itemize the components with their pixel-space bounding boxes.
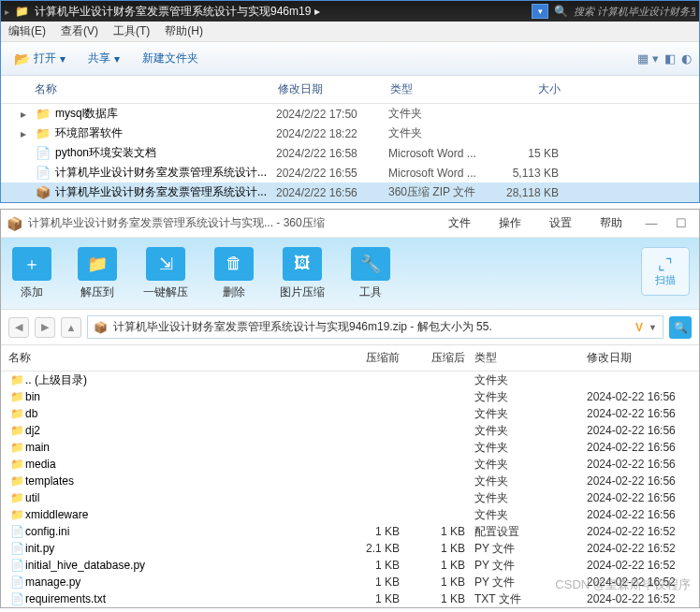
file-row[interactable]: 📄python环境安装文档2024/2/22 16:58Microsoft Wo… [1,143,699,163]
size-before: 1 KB [343,559,409,572]
zcolumn-after[interactable]: 压缩后 [409,350,474,366]
zip-row[interactable]: 📁db文件夹2024-02-22 16:56 [1,405,699,422]
file-row[interactable]: ▸📁环境部署软件2024/2/22 18:22文件夹 [1,124,699,143]
tools-button[interactable]: 🔧工具 [351,247,390,300]
zip-row[interactable]: 📁main文件夹2024-02-22 16:56 [1,439,699,456]
folder-icon: 📁 [8,491,25,504]
file-date: 2024-02-22 16:52 [587,525,699,538]
delete-button[interactable]: 🗑删除 [214,247,254,300]
image-compress-button[interactable]: 🖼图片压缩 [280,247,325,300]
zip-row[interactable]: 📁util文件夹2024-02-22 16:56 [1,489,699,506]
add-button[interactable]: ＋添加 [12,247,51,300]
zip-columns-header: 名称 压缩前 压缩后 类型 修改日期 [1,345,699,372]
file-date: 2024/2/22 17:50 [276,108,388,121]
address-path[interactable]: 计算机毕业设计财务室发票管理系统设计与实现946m19 ▸ [35,4,526,20]
zip-row[interactable]: 📄config.ini1 KB1 KB配置设置2024-02-22 16:52 [1,523,699,540]
address-dropdown-button[interactable]: ▾ [532,4,548,19]
column-size[interactable]: 大小 [495,81,570,97]
size-before: 2.1 KB [343,542,409,555]
extract-to-button[interactable]: 📁解压到 [78,247,117,300]
folder-icon: 📁 [8,373,25,386]
tree-toggle-icon[interactable]: ▸ [12,108,35,121]
wrench-icon: 🔧 [351,247,390,281]
size-after: 1 KB [409,559,474,572]
menu-operate[interactable]: 操作 [499,215,521,231]
zip-row[interactable]: 📄manage.py1 KB1 KBPY 文件2024-02-22 16:52 [1,574,699,590]
dropdown-icon[interactable]: ▼ [649,323,657,332]
nav-forward-button[interactable]: ▶ [35,317,55,338]
search-input[interactable]: 搜索 计算机毕业设计财务室发票管理... [574,5,695,19]
file-date: 2024-02-22 16:52 [587,592,699,605]
open-button[interactable]: 📂打开 ▾ [8,49,71,68]
minimize-button[interactable]: — [639,216,664,230]
file-name: init.py [25,542,343,555]
zip-row[interactable]: 📄init.py2.1 KB1 KBPY 文件2024-02-22 16:52 [1,540,699,557]
size-after: 1 KB [409,542,474,555]
zip-row[interactable]: 📄initial_hive_database.py1 KB1 KBPY 文件20… [1,557,699,574]
file-date: 2024/2/22 16:56 [276,186,388,199]
file-type: 文件夹 [474,457,587,473]
folder-icon: 📁 [8,458,25,471]
zcolumn-type[interactable]: 类型 [474,350,587,366]
column-date[interactable]: 修改日期 [278,81,390,97]
menu-settings[interactable]: 设置 [549,215,572,231]
file-name: 计算机毕业设计财务室发票管理系统设计... [51,165,276,181]
help-button[interactable]: ◐ [681,51,692,66]
zip-row[interactable]: 📁templates文件夹2024-02-22 16:56 [1,473,699,489]
zip-row[interactable]: 📁media文件夹2024-02-22 16:56 [1,456,699,473]
nav-up-button[interactable]: ▲ [61,317,81,338]
menu-help[interactable]: 帮助 [600,215,622,231]
maximize-button[interactable]: ☐ [669,216,693,230]
file-row[interactable]: ▸📁mysql数据库2024/2/22 17:50文件夹 [1,104,699,124]
file-size: 5,113 KB [493,167,568,180]
zip-row[interactable]: 📁.. (上级目录)文件夹 [1,372,699,388]
menu-help[interactable]: 帮助(H) [165,23,203,39]
file-row[interactable]: 📄计算机毕业设计财务室发票管理系统设计...2024/2/22 16:55Mic… [1,163,699,182]
zcolumn-before[interactable]: 压缩前 [343,350,409,366]
view-mode-button[interactable]: ▦ ▾ [637,51,659,66]
file-name: manage.py [25,576,343,589]
new-folder-button[interactable]: 新建文件夹 [137,49,204,68]
scan-button[interactable]: ⌞⌝扫描 [641,247,690,296]
folder-icon: 📁 [15,5,29,18]
zip-path-field[interactable]: 📦 计算机毕业设计财务室发票管理系统设计与实现946m19.zip - 解包大小… [87,315,664,339]
file-date: 2024-02-22 16:56 [587,407,699,420]
zip-row[interactable]: 📁dj2文件夹2024-02-22 16:56 [1,422,699,439]
zip-row[interactable]: 📄requirements.txt1 KB1 KBTXT 文件2024-02-2… [1,590,699,607]
menu-file[interactable]: 文件 [448,215,471,231]
zcolumn-name[interactable]: 名称 [8,350,343,366]
word-icon: 📄 [35,166,51,180]
oneclick-extract-button[interactable]: ⇲一键解压 [143,247,188,300]
zip-row[interactable]: 📁bin文件夹2024-02-22 16:56 [1,388,699,405]
column-name[interactable]: 名称 [35,81,278,97]
menu-view[interactable]: 查看(V) [61,23,98,39]
nav-back-button[interactable]: ◀ [8,317,29,338]
file-name: 环境部署软件 [51,125,276,141]
zip-search-button[interactable]: 🔍 [669,316,692,339]
file-type: PY 文件 [474,541,587,557]
explorer-window: ▸ 📁 计算机毕业设计财务室发票管理系统设计与实现946m19 ▸ ▾ 🔍 搜索… [0,0,700,203]
file-date: 2024-02-22 16:56 [587,491,699,504]
explorer-file-list: ▸📁mysql数据库2024/2/22 17:50文件夹▸📁环境部署软件2024… [1,104,699,202]
check-icon: V [635,321,643,334]
menu-tools[interactable]: 工具(T) [113,23,150,39]
zip-row[interactable]: 📁xmiddleware文件夹2024-02-22 16:56 [1,506,699,523]
file-row[interactable]: 📦计算机毕业设计财务室发票管理系统设计...2024/2/22 16:56360… [1,182,699,202]
zcolumn-date[interactable]: 修改日期 [587,350,699,366]
share-button[interactable]: 共享 ▾ [82,49,125,68]
file-date: 2024-02-22 16:52 [587,542,699,555]
size-before: 1 KB [343,576,409,589]
file-icon: 📄 [8,576,25,589]
image-icon: 🖼 [283,247,322,281]
file-type: 360压缩 ZIP 文件 [388,184,493,200]
file-name: bin [25,390,343,403]
menu-edit[interactable]: 编辑(E) [8,23,46,39]
column-type[interactable]: 类型 [390,81,495,97]
scan-icon: ⌞⌝ [658,255,673,273]
file-name: .. (上级目录) [25,372,343,388]
size-after: 1 KB [409,592,474,605]
size-before: 1 KB [343,525,409,538]
tree-toggle-icon[interactable]: ▸ [12,127,35,140]
word-icon: 📄 [35,146,51,160]
preview-pane-button[interactable]: ◧ [664,51,676,66]
